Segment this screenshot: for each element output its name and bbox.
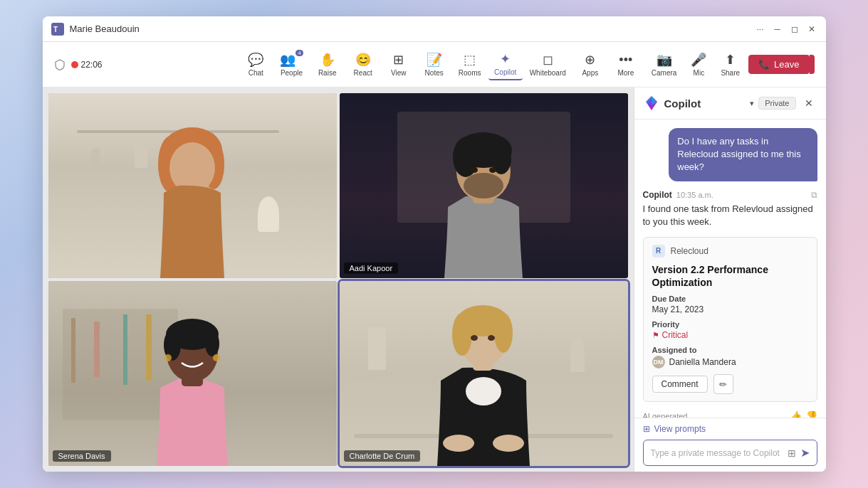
svg-point-26 bbox=[452, 313, 472, 356]
task-card: R Relecloud Version 2.2 Performance Opti… bbox=[643, 237, 817, 402]
video-tile-4: Charlotte De Crum bbox=[340, 281, 628, 466]
leave-chevron-button[interactable]: ▾ bbox=[810, 55, 815, 74]
assignee-avatar: DM bbox=[652, 356, 665, 368]
minimize-button[interactable]: ─ bbox=[772, 23, 783, 35]
copilot-button[interactable]: ✦ Copilot bbox=[488, 48, 523, 80]
private-badge: Private bbox=[758, 97, 795, 110]
task-app-name: Relecloud bbox=[671, 246, 708, 256]
camera-icon: 📷 bbox=[657, 52, 672, 68]
view-button[interactable]: ⊞ View bbox=[382, 49, 416, 80]
more-label: More bbox=[617, 69, 634, 77]
svg-point-12 bbox=[464, 173, 503, 198]
ai-generated-label: AI generated bbox=[643, 412, 688, 418]
priority-field: Priority ⚑ Critical bbox=[652, 320, 808, 340]
chat-label: Chat bbox=[249, 69, 263, 77]
whiteboard-button[interactable]: ◻ Whiteboard bbox=[524, 49, 572, 80]
main-content: Aadi Kapoor bbox=[43, 87, 826, 472]
thumbs-down-button[interactable]: 👎 bbox=[806, 410, 817, 418]
priority-text: Critical bbox=[662, 330, 689, 340]
rooms-button[interactable]: ⬚ Rooms bbox=[453, 49, 487, 80]
ai-generated-row: AI generated 👍 👎 bbox=[643, 410, 817, 418]
more-options-button[interactable]: ··· bbox=[755, 23, 766, 35]
raise-label: Raise bbox=[318, 69, 337, 77]
camera-button[interactable]: 📷 Camera bbox=[646, 49, 683, 80]
meeting-timer: 22:06 bbox=[81, 60, 103, 70]
svg-point-22 bbox=[466, 377, 501, 405]
copilot-close-button[interactable]: ✕ bbox=[800, 95, 817, 112]
assignee-name: Daniella Mandera bbox=[669, 357, 736, 367]
apps-button[interactable]: ⊕ Apps bbox=[573, 49, 607, 80]
svg-point-21 bbox=[213, 354, 220, 361]
more-button[interactable]: ••• More bbox=[609, 50, 643, 80]
more-icon: ••• bbox=[619, 53, 632, 68]
ai-feedback-buttons: 👍 👎 bbox=[790, 410, 817, 418]
close-button[interactable]: ✕ bbox=[806, 23, 817, 35]
input-icons: ⊞ ➤ bbox=[788, 446, 810, 460]
video-tile-1 bbox=[48, 93, 337, 278]
toolbar-left: 22:06 bbox=[54, 59, 236, 70]
attach-icon-button[interactable]: ⊞ bbox=[788, 447, 796, 459]
shield-icon bbox=[54, 59, 66, 70]
pencil-icon: ✏ bbox=[719, 379, 727, 390]
priority-label: Priority bbox=[652, 320, 808, 329]
mic-button[interactable]: 🎤 Mic bbox=[685, 49, 712, 80]
teams-window: T Marie Beaudouin ··· ─ ◻ ✕ 22:06 💬 Chat bbox=[43, 16, 826, 472]
notes-button[interactable]: 📝 Notes bbox=[417, 49, 451, 80]
assigned-field: Assigned to DM Daniella Mandera bbox=[652, 346, 808, 368]
due-date-field: Due Date May 21, 2023 bbox=[652, 295, 808, 314]
user-message: Do I have any tasks in Relecloud assigne… bbox=[669, 128, 817, 181]
restore-button[interactable]: ◻ bbox=[789, 23, 800, 35]
copilot-message-time: 10:35 a.m. bbox=[676, 191, 713, 199]
people-label: People bbox=[281, 69, 303, 77]
mic-label: Mic bbox=[694, 69, 705, 77]
chat-button[interactable]: 💬 Chat bbox=[239, 49, 273, 80]
name-badge-charlotte: Charlotte De Crum bbox=[344, 450, 421, 462]
copilot-panel: Copilot ▾ Private ✕ Do I have any tasks … bbox=[634, 87, 826, 472]
person-silhouette-2 bbox=[409, 115, 558, 278]
svg-point-19 bbox=[205, 331, 219, 356]
copilot-input-area: Type a private message to Copilot ⊞ ➤ bbox=[643, 440, 817, 466]
assigned-label: Assigned to bbox=[652, 346, 808, 354]
task-actions: Comment ✏ bbox=[652, 374, 808, 394]
video-grid: Aadi Kapoor bbox=[43, 87, 634, 472]
priority-flag-icon: ⚑ bbox=[652, 331, 659, 340]
video-tile-3: Serena Davis bbox=[48, 281, 337, 466]
video-bg-3 bbox=[48, 281, 337, 466]
copilot-response: Copilot 10:35 a.m. ⧉ I found one task fr… bbox=[643, 190, 817, 228]
raise-button[interactable]: ✋ Raise bbox=[310, 49, 345, 80]
mic-icon: 🎤 bbox=[691, 52, 706, 68]
relecloud-logo-icon: R bbox=[652, 245, 665, 258]
copy-icon[interactable]: ⧉ bbox=[811, 190, 817, 200]
send-button[interactable]: ➤ bbox=[800, 446, 810, 460]
video-bg-1 bbox=[48, 93, 337, 278]
video-bg-2 bbox=[340, 93, 628, 278]
notes-label: Notes bbox=[425, 69, 444, 77]
task-title: Version 2.2 Performance Optimization bbox=[652, 263, 808, 289]
edit-button[interactable]: ✏ bbox=[713, 374, 733, 394]
leave-button[interactable]: 📞 Leave bbox=[748, 55, 809, 74]
react-button[interactable]: 😊 React bbox=[346, 49, 380, 80]
svg-point-30 bbox=[443, 435, 474, 452]
copilot-dropdown-button[interactable]: ▾ bbox=[750, 99, 754, 108]
apps-label: Apps bbox=[582, 69, 598, 77]
name-badge-aadi: Aadi Kapoor bbox=[344, 262, 399, 274]
copilot-title: Copilot bbox=[664, 97, 746, 110]
share-button[interactable]: ⬆ Share bbox=[715, 49, 746, 80]
camera-label: Camera bbox=[652, 69, 677, 77]
view-prompts-label: View prompts bbox=[654, 424, 706, 434]
record-dot-icon bbox=[71, 61, 78, 68]
copilot-logo-icon bbox=[643, 95, 660, 112]
recording-indicator: 22:06 bbox=[71, 60, 103, 70]
priority-value: ⚑ Critical bbox=[652, 330, 808, 340]
svg-point-27 bbox=[494, 313, 513, 353]
toolbar-right: 📷 Camera 🎤 Mic ⬆ Share 📞 Leave ▾ bbox=[646, 49, 815, 80]
thumbs-up-button[interactable]: 👍 bbox=[790, 410, 802, 418]
svg-point-20 bbox=[164, 354, 172, 361]
copilot-sender-name: Copilot bbox=[643, 190, 672, 200]
comment-button[interactable]: Comment bbox=[652, 376, 708, 393]
meeting-toolbar: 22:06 💬 Chat 👥4 People ✋ Raise 😊 React ⊞ bbox=[43, 42, 826, 87]
rooms-label: Rooms bbox=[459, 69, 481, 77]
person-silhouette-4 bbox=[405, 288, 562, 466]
people-button[interactable]: 👥4 People bbox=[274, 49, 308, 80]
view-prompts-button[interactable]: ⊞ View prompts bbox=[643, 424, 817, 434]
